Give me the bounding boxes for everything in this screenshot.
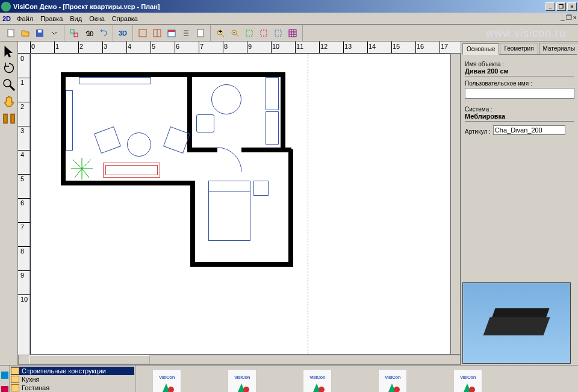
- catalog-folder[interactable]: Строительные конструкции: [11, 367, 134, 375]
- svg-line-23: [10, 86, 14, 91]
- svg-rect-20: [261, 30, 267, 36]
- titlebar: VisiCon Демо - [Проект квартиры.vcp - Пл…: [0, 0, 578, 13]
- watermark: www.visicon.ru: [486, 27, 566, 40]
- svg-rect-35: [1, 386, 8, 392]
- tab-materials[interactable]: Материалы: [539, 43, 578, 54]
- svg-rect-25: [11, 114, 14, 123]
- svg-rect-4: [70, 30, 74, 33]
- window-title: VisiCon Демо - [Проект квартиры.vcp - Пл…: [13, 3, 545, 10]
- system-label: Система :: [465, 106, 574, 113]
- svg-line-17: [236, 34, 238, 37]
- gallery-item[interactable]: VisiConБалконы и лестницы: [365, 369, 420, 392]
- svg-line-32: [82, 169, 89, 178]
- menu-windows[interactable]: Окна: [85, 14, 108, 23]
- scrollbar-vertical[interactable]: [450, 54, 461, 355]
- svg-rect-7: [139, 30, 146, 37]
- article-input[interactable]: [493, 125, 565, 135]
- user-name-label: Пользовательское имя :: [465, 80, 574, 87]
- toolbar: 90 3D + - www.visicon.ru: [0, 25, 578, 42]
- scrollbar-horizontal[interactable]: [18, 355, 461, 365]
- view1-button[interactable]: [135, 26, 150, 40]
- svg-line-26: [73, 160, 82, 169]
- gallery-item[interactable]: VisiConКолонны: [290, 369, 344, 392]
- gallery-item[interactable]: VisiConГеометрические объекты: [441, 369, 495, 392]
- catalog-gallery: VisiConОкнаVisiConДвериVisiConКолонныVis…: [136, 366, 578, 392]
- doc-button[interactable]: [193, 26, 208, 40]
- menu-help[interactable]: Справка: [108, 14, 141, 23]
- view2-button[interactable]: [150, 26, 164, 40]
- svg-rect-34: [1, 372, 8, 379]
- tree-icon[interactable]: [1, 386, 8, 392]
- menu-edit[interactable]: Правка: [37, 14, 66, 23]
- ruler-horizontal: 01234567891011121314151617: [18, 42, 461, 54]
- measure-tool[interactable]: [2, 111, 16, 126]
- gallery-item[interactable]: VisiConОкна: [140, 369, 194, 392]
- menu-view[interactable]: Вид: [66, 14, 85, 23]
- svg-rect-11: [168, 30, 175, 32]
- svg-point-0: [2, 3, 10, 10]
- new-button[interactable]: [4, 26, 18, 40]
- child-restore-button[interactable]: ❐: [566, 14, 572, 22]
- catalog-panel: Строительные конструкцииКухняГостинаяСпа…: [0, 365, 578, 392]
- tab-geometry[interactable]: Геометрия: [500, 43, 538, 54]
- svg-rect-12: [197, 30, 204, 37]
- object-name-value: Диван 200 см: [465, 67, 574, 76]
- tab-general[interactable]: Основные: [462, 43, 499, 55]
- ruler-vertical: 012345678910: [18, 54, 30, 355]
- snap1-button[interactable]: [242, 26, 256, 40]
- catalog-folder[interactable]: Гостиная: [11, 384, 134, 392]
- mode-2d-button[interactable]: 2D: [2, 15, 11, 22]
- select-tool[interactable]: [2, 44, 16, 58]
- svg-rect-5: [74, 33, 78, 37]
- child-close-button[interactable]: ×: [573, 14, 577, 22]
- snap2-button[interactable]: [256, 26, 271, 40]
- svg-point-42: [319, 387, 325, 393]
- rotate-tool[interactable]: [2, 61, 16, 75]
- svg-text:90: 90: [86, 30, 93, 37]
- pan-tool[interactable]: [2, 95, 16, 109]
- close-button[interactable]: ×: [567, 2, 577, 11]
- zoom-out-button[interactable]: -: [228, 26, 242, 40]
- article-label: Артикул :: [465, 128, 491, 135]
- options-button[interactable]: [179, 26, 193, 40]
- svg-point-22: [4, 79, 11, 87]
- svg-line-27: [82, 160, 91, 169]
- group-button[interactable]: [67, 26, 81, 40]
- restore-button[interactable]: ❐: [556, 2, 566, 11]
- zoom-in-button[interactable]: +: [213, 26, 228, 40]
- mode-3d-button[interactable]: 3D: [116, 26, 130, 40]
- system-value: Меблировка: [465, 113, 574, 122]
- snap3-button[interactable]: [271, 26, 285, 40]
- svg-rect-24: [4, 114, 7, 123]
- user-name-input[interactable]: [465, 88, 574, 99]
- calendar-button[interactable]: [164, 26, 179, 40]
- sofa-preview: [480, 305, 553, 341]
- properties-panel: Основные Геометрия Материалы Имя объекта…: [461, 42, 578, 365]
- svg-point-38: [168, 387, 174, 393]
- svg-point-46: [469, 387, 475, 393]
- catalog-tree-icons: [0, 366, 10, 392]
- svg-point-44: [394, 387, 400, 393]
- menubar: 2D Файл Правка Вид Окна Справка _ ❐ ×: [0, 13, 578, 25]
- grid-button[interactable]: [285, 26, 300, 40]
- child-minimize-button[interactable]: _: [561, 14, 564, 22]
- svg-text:+: +: [219, 28, 222, 35]
- open-button[interactable]: [18, 26, 33, 40]
- menu-file[interactable]: Файл: [13, 14, 37, 23]
- catalog-folder-list[interactable]: Строительные конструкцииКухняГостинаяСпа…: [10, 366, 136, 392]
- rotate-button[interactable]: 90: [81, 26, 96, 40]
- save-dropdown[interactable]: [47, 26, 61, 40]
- gallery-item[interactable]: VisiConДвери: [215, 369, 269, 392]
- svg-point-40: [243, 387, 249, 393]
- save-button[interactable]: [33, 26, 47, 40]
- svg-text:-: -: [233, 28, 235, 35]
- tree-icon[interactable]: [1, 372, 8, 380]
- app-icon: [1, 2, 11, 11]
- minimize-button[interactable]: _: [545, 2, 555, 11]
- catalog-folder[interactable]: Кухня: [11, 375, 134, 384]
- svg-line-31: [75, 169, 82, 178]
- tool-palette: [0, 42, 18, 365]
- zoom-tool[interactable]: [2, 78, 16, 92]
- undo-button[interactable]: [96, 26, 110, 40]
- canvas[interactable]: [30, 54, 450, 355]
